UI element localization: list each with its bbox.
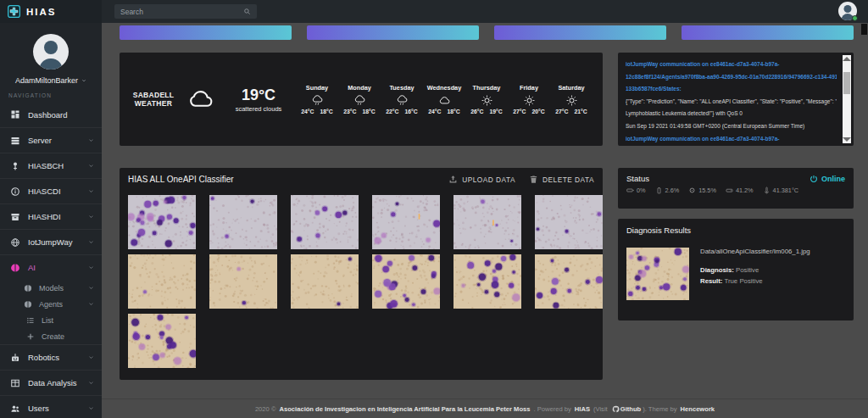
sidebar-avatar[interactable] [33,34,69,70]
sample-image[interactable] [453,254,521,309]
github-icon [612,405,620,413]
forecast-temps: 27°C21°C [555,109,587,114]
metric-battery: 0% [626,187,646,194]
chevron-down-icon [81,78,86,83]
chevron-down-icon [88,354,94,360]
forecast-day: Saturday27°C21°C [550,84,593,114]
sample-image[interactable] [535,254,603,309]
scrollbar-thumb[interactable] [843,72,850,94]
forecast-day-name: Thursday [473,84,501,92]
classifier-title: HIAS ALL OneAPI Classifier [128,175,435,184]
sidebar-item-hiashdi[interactable]: HIASHDI [0,203,102,229]
diagnosis-image[interactable] [626,248,689,300]
sample-image[interactable] [535,195,603,249]
sample-image[interactable] [372,195,440,249]
weather-widget: SABADELL WEATHER 19°C scattered clouds S… [120,53,603,146]
sample-image[interactable] [453,195,521,249]
upload-data-button[interactable]: UPLOAD DATA [448,175,515,184]
sidebar-item-hiasbch[interactable]: HIASBCH [0,153,102,178]
navigation-section-label: NAVIGATION [8,92,102,98]
search-input[interactable] [120,8,243,16]
sidebar-item-create[interactable]: Create [0,328,102,344]
page-scrollbar[interactable] [861,24,867,35]
search-icon[interactable] [243,8,251,15]
metric-value: 15.5% [698,187,716,194]
diagnosis-row: Diagnosis: Positive [700,265,810,276]
log-text: Lymphoblastic Leukemia detected!"} with … [626,108,837,120]
footer-github-link[interactable]: Github [620,405,641,413]
log-link[interactable]: iotJumpWay communication on ee8461ac-d7a… [626,59,837,71]
low-temp: 18°C [448,109,460,114]
cpu-icon [688,187,696,194]
metric-temperature: 41.381°C [763,187,799,194]
sample-image[interactable] [128,195,196,249]
chevron-down-icon [88,188,94,194]
brand[interactable]: HIAS [0,0,102,23]
topbar: HIAS [0,0,868,23]
chevron-down-icon [88,163,94,169]
log-link[interactable]: iotJumpWay communication on ee8461ac-d7a… [626,133,837,146]
diagnosis-details: Data/allOneApiClassifier/Im006_1.jpg Dia… [700,248,810,300]
status-metrics: 0%2.6%15.5%41.2%41.381°C [626,187,845,194]
high-temp: 27°C [555,109,568,114]
footer-year: 2020 © [255,405,276,413]
user-menu[interactable]: AdamMiltonBarker [15,76,86,85]
high-temp: 24°C [301,109,314,114]
upload-icon [448,175,458,184]
sample-image[interactable] [291,254,359,309]
footer: 2020 © Asociación de Investigacion en In… [102,398,868,418]
sidebar-item-label: Models [39,284,64,293]
sidebar-item-label: HIASCDI [28,187,61,196]
chevron-down-icon [88,239,94,245]
footer-org-link[interactable]: Asociación de Investigacion en Inteligen… [280,405,531,413]
sidebar-item-dashboard[interactable]: Dashboard [0,102,102,127]
sidebar-item-list[interactable]: List [0,312,102,328]
sample-image[interactable] [209,254,277,309]
sample-image[interactable] [128,254,196,309]
delete-data-button[interactable]: DELETE DATA [529,175,594,184]
pin-icon [10,161,20,171]
globe-icon [10,237,20,248]
footer-hencework-link[interactable]: Hencework [681,405,715,413]
chevron-down-icon [88,301,94,307]
log-link[interactable]: 133b6587fce6/States: [626,83,837,96]
sidebar-item-data-analysis[interactable]: Data Analysis [0,370,102,395]
rain-icon [353,94,366,107]
sample-image[interactable] [128,314,196,368]
user-avatar[interactable] [838,2,857,20]
sidebar-item-models[interactable]: Models [0,280,102,296]
chevron-down-icon [88,380,94,386]
sample-image[interactable] [209,195,277,249]
online-button[interactable]: Online [810,175,845,183]
robot-icon [10,353,20,363]
temperature-icon [763,187,771,194]
log-link[interactable]: 12c88ef8f124/Agents/a970f8ba-aa90-4269-9… [626,71,837,84]
sample-image[interactable] [291,195,359,249]
low-temp: 18°C [320,109,333,114]
sidebar-item-server[interactable]: Server [0,127,102,153]
split-circle-icon [10,263,20,273]
low-temp: 20°C [532,109,545,114]
scroll-up-icon[interactable] [843,57,851,61]
sidebar-item-users[interactable]: Users [0,395,102,418]
power-icon [810,175,818,183]
sidebar-item-iotjumpway[interactable]: IotJumpWay [0,229,102,254]
sidebar-item-agents[interactable]: Agents [0,296,102,312]
scroll-down-icon[interactable] [843,137,851,142]
disk-icon [726,187,733,194]
sidebar-item-label: Server [28,136,52,145]
sidebar-item-ai[interactable]: AI [0,254,102,280]
classifier-panel: HIAS ALL OneAPI Classifier UPLOAD DATA D… [120,168,603,380]
high-temp: 26°C [470,109,483,114]
status-title: Status [626,174,810,183]
weather-location: SABADELL WEATHER [130,91,177,108]
forecast-day-name: Sunday [306,84,328,92]
sidebar-item-hiascdi[interactable]: HIASCDI [0,178,102,203]
sidebar-item-robotics[interactable]: Robotics [0,344,102,370]
footer-hias-link[interactable]: HIAS [575,405,590,413]
sample-image[interactable] [372,254,440,309]
forecast-day: Thursday26°C19°C [465,84,508,114]
users-icon [10,404,20,414]
high-temp: 24°C [428,109,441,114]
log-scrollbar[interactable] [843,55,851,143]
